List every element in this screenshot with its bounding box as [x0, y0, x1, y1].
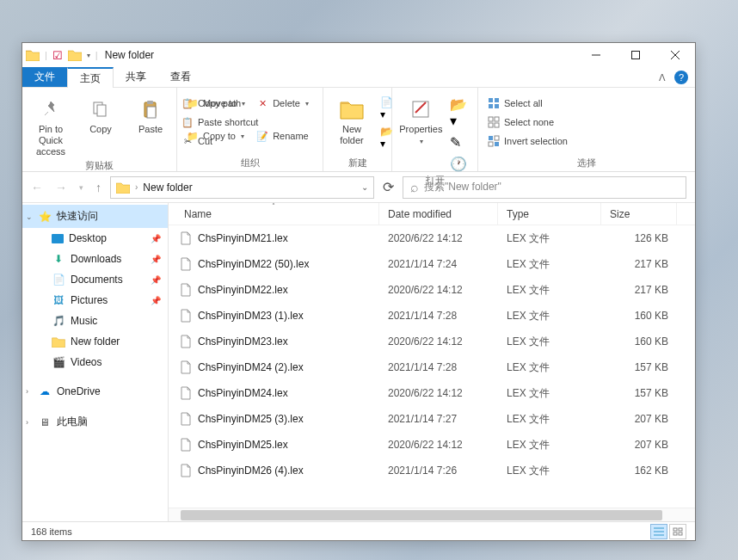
details-view-button[interactable]	[650, 524, 667, 539]
sidebar-item-quickaccess[interactable]: ⌄ ⭐ 快速访问	[22, 205, 168, 228]
sidebar-item-desktop[interactable]: Desktop📌	[22, 228, 168, 249]
up-button[interactable]: ↑	[95, 181, 101, 194]
col-name[interactable]: ˄Name	[169, 203, 379, 225]
table-row[interactable]: ChsPinyinDM24.lex2020/6/22 14:12LEX 文件15…	[169, 380, 695, 406]
svg-rect-26	[679, 528, 682, 531]
nav-bar: ← → ▾ ↑ › New folder ⌄ ⟳ ⌕ 搜索"New folder…	[22, 172, 695, 203]
move-to-button[interactable]: 📁Move to▾	[184, 95, 247, 112]
file-name: ChsPinyinDM24.lex	[198, 387, 288, 399]
col-date[interactable]: Date modified	[379, 203, 498, 225]
edit-icon[interactable]: ✎	[450, 134, 470, 151]
file-type: LEX 文件	[498, 257, 601, 272]
address-bar[interactable]: › New folder ⌄	[110, 176, 374, 199]
table-row[interactable]: ChsPinyinDM21.lex2020/6/22 14:12LEX 文件12…	[169, 225, 695, 251]
pin-quickaccess-button[interactable]: Pin to Quick access	[29, 91, 72, 157]
sidebar-item-documents[interactable]: 📄Documents📌	[22, 269, 168, 290]
nav-sidebar[interactable]: ⌄ ⭐ 快速访问 Desktop📌 ⬇Downloads📌 📄Documents…	[22, 203, 169, 521]
download-icon: ⬇	[52, 253, 65, 265]
chevron-right-icon[interactable]: ›	[135, 182, 138, 192]
new-folder-button[interactable]: New folder	[330, 91, 373, 146]
history-icon[interactable]: 🕐	[450, 156, 470, 172]
sidebar-item-newfolder[interactable]: New folder	[22, 331, 168, 352]
file-name: ChsPinyinDM23.lex	[198, 335, 288, 348]
sidebar-item-pictures[interactable]: 🖼Pictures📌	[22, 290, 168, 311]
sidebar-item-label: Music	[71, 315, 97, 327]
sidebar-item-onedrive[interactable]: ›☁OneDrive	[22, 381, 168, 402]
folder-open-icon[interactable]	[68, 49, 82, 61]
tab-share[interactable]: 共享	[114, 67, 158, 87]
forward-button[interactable]: →	[55, 181, 67, 194]
file-date: 2021/1/14 7:28	[379, 361, 498, 373]
paste-button[interactable]: Paste	[129, 91, 172, 135]
status-text: 168 items	[31, 526, 72, 537]
table-row[interactable]: ChsPinyinDM22 (50).lex2021/1/14 7:24LEX …	[169, 251, 695, 277]
large-icons-view-button[interactable]	[669, 524, 686, 539]
minimize-button[interactable]	[576, 43, 616, 67]
chevron-right-icon[interactable]: ›	[26, 387, 28, 396]
col-type[interactable]: Type	[498, 203, 601, 225]
svg-rect-20	[489, 142, 493, 146]
maximize-button[interactable]	[616, 43, 655, 67]
chevron-right-icon[interactable]: ›	[26, 418, 28, 427]
sidebar-item-label: Pictures	[71, 294, 108, 306]
titlebar[interactable]: | ☑ ▾ | New folder	[22, 43, 695, 67]
col-size[interactable]: Size	[601, 203, 677, 225]
back-button[interactable]: ←	[31, 181, 43, 194]
delete-button[interactable]: ✕Delete▾	[254, 95, 311, 112]
svg-rect-16	[489, 123, 493, 127]
select-none-button[interactable]: Select none	[485, 114, 569, 131]
table-row[interactable]: ChsPinyinDM23.lex2020/6/22 14:12LEX 文件16…	[169, 329, 695, 354]
copy-icon	[91, 100, 110, 119]
file-icon	[179, 335, 193, 348]
h-scrollbar[interactable]	[169, 508, 695, 521]
new-item-icon[interactable]: 📄▾	[380, 96, 393, 120]
copy-to-button[interactable]: 📁Copy to▾	[184, 127, 247, 145]
qat-dropdown-icon[interactable]: ▾	[87, 52, 90, 59]
invert-selection-button[interactable]: Invert selection	[485, 132, 569, 150]
ribbon-collapse-icon[interactable]: ᐱ	[659, 72, 666, 83]
table-row[interactable]: ChsPinyinDM25 (3).lex2021/1/14 7:27LEX 文…	[169, 406, 695, 432]
easy-access-icon[interactable]: 📂▾	[380, 126, 393, 150]
chevron-down-icon[interactable]: ⌄	[26, 212, 33, 221]
sidebar-item-videos[interactable]: 🎬Videos	[22, 352, 168, 372]
sidebar-item-thispc[interactable]: ›🖥此电脑	[22, 410, 168, 434]
file-rows[interactable]: ChsPinyinDM21.lex2020/6/22 14:12LEX 文件12…	[169, 225, 695, 508]
svg-rect-25	[673, 528, 677, 531]
properties-button[interactable]: Properties ▾	[399, 91, 443, 147]
sidebar-item-label: Documents	[71, 274, 123, 286]
tab-home[interactable]: 主页	[67, 67, 114, 88]
history-dropdown[interactable]: ▾	[79, 183, 83, 192]
folder-icon	[116, 182, 130, 194]
address-dropdown-icon[interactable]: ⌄	[361, 182, 368, 192]
tab-file[interactable]: 文件	[22, 67, 67, 87]
table-row[interactable]: ChsPinyinDM22.lex2020/6/22 14:12LEX 文件21…	[169, 277, 695, 303]
selectall-icon	[487, 96, 501, 110]
open-icon[interactable]: 📂▾	[450, 96, 470, 129]
svg-rect-1	[632, 52, 640, 59]
sidebar-item-downloads[interactable]: ⬇Downloads📌	[22, 249, 168, 269]
search-input[interactable]: ⌕ 搜索"New folder"	[403, 176, 686, 199]
copy-button[interactable]: Copy	[79, 91, 122, 135]
file-name: ChsPinyinDM22.lex	[198, 284, 288, 296]
file-type: LEX 文件	[498, 360, 601, 375]
table-row[interactable]: ChsPinyinDM25.lex2020/6/22 14:12LEX 文件20…	[169, 432, 695, 458]
chevron-down-icon: ▾	[241, 132, 244, 140]
help-icon[interactable]: ?	[674, 71, 688, 84]
close-button[interactable]	[655, 43, 695, 67]
rename-button[interactable]: 📝Rename	[254, 127, 311, 145]
svg-rect-28	[679, 532, 682, 535]
sidebar-item-music[interactable]: 🎵Music	[22, 311, 168, 331]
tab-view[interactable]: 查看	[158, 67, 203, 87]
file-icon	[179, 464, 193, 477]
select-all-button[interactable]: Select all	[485, 95, 569, 112]
refresh-button[interactable]: ⟳	[383, 179, 394, 195]
svg-rect-10	[489, 98, 493, 102]
table-row[interactable]: ChsPinyinDM24 (2).lex2021/1/14 7:28LEX 文…	[169, 354, 695, 380]
file-size: 207 KB	[601, 413, 677, 425]
h-scroll-thumb[interactable]	[181, 510, 662, 520]
new-folder-icon	[340, 99, 364, 120]
select-group-label: 选择	[485, 155, 688, 171]
table-row[interactable]: ChsPinyinDM26 (4).lex2021/1/14 7:26LEX 文…	[169, 458, 695, 483]
qat-check-icon[interactable]: ☑	[52, 49, 63, 62]
table-row[interactable]: ChsPinyinDM23 (1).lex2021/1/14 7:28LEX 文…	[169, 303, 695, 329]
